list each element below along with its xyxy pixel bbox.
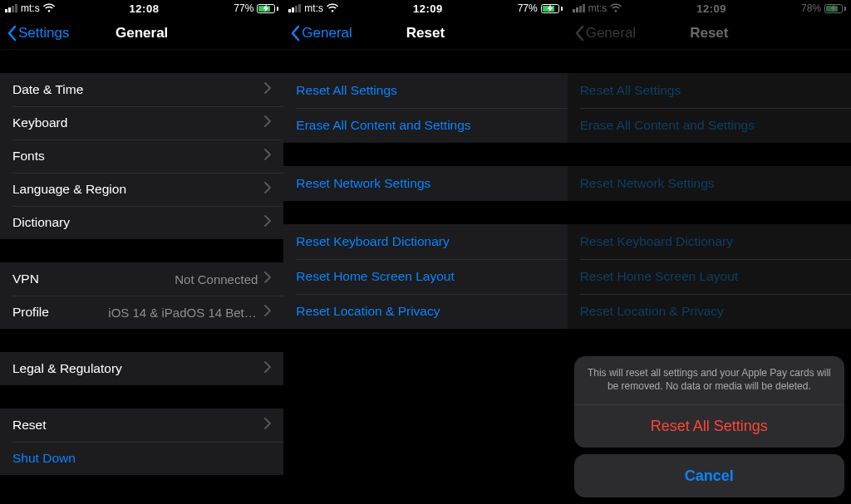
reset-section-0: Reset All SettingsErase All Content and … xyxy=(283,73,567,143)
reset-section-0: Reset All SettingsErase All Content and … xyxy=(568,73,851,143)
cancel-button[interactable]: Cancel xyxy=(574,454,844,497)
row-label: Dictionary xyxy=(12,215,264,230)
reset-option[interactable]: Reset Network Settings xyxy=(283,166,567,201)
battery-percent: 78% xyxy=(801,2,821,14)
action-sheet: This will reset all settings and your Ap… xyxy=(574,356,844,497)
carrier-label: mt:s xyxy=(304,2,323,14)
chevron-left-icon xyxy=(290,25,300,42)
reset-option[interactable]: Reset Home Screen Layout xyxy=(283,259,567,294)
chevron-right-icon xyxy=(264,361,271,376)
row-date-time[interactable]: Date & Time xyxy=(0,73,283,106)
chevron-right-icon xyxy=(264,272,271,286)
row-vpn[interactable]: VPNNot Connected xyxy=(0,262,283,296)
reset-option[interactable]: Erase All Content and Settings xyxy=(283,108,567,143)
row-label: Reset xyxy=(12,418,264,433)
action-sheet-main: This will reset all settings and your Ap… xyxy=(574,356,844,448)
cellular-signal-icon xyxy=(5,4,17,12)
cellular-signal-icon xyxy=(573,4,585,12)
clock-time: 12:08 xyxy=(130,2,160,15)
clock-time: 12:09 xyxy=(696,2,726,15)
status-bar: mt:s 12:09 77% xyxy=(283,0,567,17)
row-dictionary[interactable]: Dictionary xyxy=(0,206,283,239)
chevron-left-icon xyxy=(7,25,17,42)
row-shutdown[interactable]: Shut Down xyxy=(0,442,283,475)
back-button[interactable]: General xyxy=(290,25,352,42)
reset-option: Reset Keyboard Dictionary xyxy=(568,224,851,259)
group-spacer xyxy=(568,143,851,166)
back-button[interactable]: Settings xyxy=(7,25,69,42)
chevron-right-icon xyxy=(264,149,271,164)
group-legal: Legal & Regulatory xyxy=(0,352,283,385)
chevron-right-icon xyxy=(264,215,271,230)
group-spacer xyxy=(0,385,283,409)
back-label: General xyxy=(586,25,636,42)
row-detail: iOS 14 & iPadOS 14 Beta Softwar… xyxy=(108,306,258,320)
carrier-label: mt:s xyxy=(21,2,40,14)
action-sheet-message: This will reset all settings and your Ap… xyxy=(574,356,844,404)
back-label: General xyxy=(302,25,352,42)
reset-option[interactable]: Reset Keyboard Dictionary xyxy=(283,224,567,259)
chevron-right-icon xyxy=(264,182,271,197)
reset-option: Reset All Settings xyxy=(568,73,851,108)
clock-time: 12:09 xyxy=(413,2,443,15)
battery-icon xyxy=(257,4,278,13)
reset-section-2: Reset Keyboard DictionaryReset Home Scre… xyxy=(568,224,851,329)
nav-bar: General Reset xyxy=(568,17,851,50)
status-bar: mt:s 12:09 78% xyxy=(568,0,851,17)
row-language[interactable]: Language & Region xyxy=(0,173,283,206)
chevron-right-icon xyxy=(264,305,271,320)
row-label: Fonts xyxy=(12,149,264,164)
group-spacer xyxy=(283,201,567,224)
chevron-right-icon xyxy=(264,115,271,130)
row-detail: Not Connected xyxy=(175,272,258,286)
status-bar: mt:s 12:08 77% xyxy=(0,0,283,17)
row-keyboard[interactable]: Keyboard xyxy=(0,106,283,139)
chevron-right-icon xyxy=(264,418,271,433)
group-spacer xyxy=(0,329,283,352)
nav-bar: General Reset xyxy=(283,17,567,50)
cellular-signal-icon xyxy=(288,4,301,12)
reset-option: Reset Location & Privacy xyxy=(568,294,851,329)
group-vpn-profile: VPNNot ConnectedProfileiOS 14 & iPadOS 1… xyxy=(0,262,283,329)
back-label: Settings xyxy=(18,25,69,42)
reset-all-settings-button[interactable]: Reset All Settings xyxy=(574,404,844,448)
panel-reset-confirm: mt:s 12:09 78% General Reset Reset All S… xyxy=(568,0,851,504)
reset-option: Reset Network Settings xyxy=(568,166,851,201)
row-reset[interactable]: Reset xyxy=(0,409,283,442)
row-label: Language & Region xyxy=(12,182,264,197)
nav-bar: Settings General xyxy=(0,17,283,50)
group-spacer xyxy=(568,201,851,224)
row-label: Shut Down xyxy=(12,451,271,466)
battery-icon xyxy=(824,4,846,13)
row-legal[interactable]: Legal & Regulatory xyxy=(0,352,283,385)
battery-percent: 77% xyxy=(234,2,253,14)
group-reset: ResetShut Down xyxy=(0,409,283,475)
wifi-icon xyxy=(43,4,55,12)
row-profile[interactable]: ProfileiOS 14 & iPadOS 14 Beta Softwar… xyxy=(0,296,283,329)
battery-percent: 77% xyxy=(518,2,538,14)
row-label: Date & Time xyxy=(12,82,264,97)
carrier-label: mt:s xyxy=(588,2,608,14)
reset-section-1: Reset Network Settings xyxy=(283,166,567,201)
panel-general: mt:s 12:08 77% Settings General xyxy=(0,0,283,504)
chevron-left-icon xyxy=(574,25,584,42)
row-fonts[interactable]: Fonts xyxy=(0,139,283,173)
group-spacer xyxy=(0,239,283,262)
battery-icon xyxy=(541,4,563,13)
row-label: Legal & Regulatory xyxy=(12,361,264,376)
reset-option: Erase All Content and Settings xyxy=(568,108,851,143)
wifi-icon xyxy=(610,4,622,12)
group-spacer xyxy=(568,50,851,73)
row-label: VPN xyxy=(12,272,175,286)
reset-option[interactable]: Reset All Settings xyxy=(283,73,567,108)
reset-option[interactable]: Reset Location & Privacy xyxy=(283,294,567,329)
row-label: Keyboard xyxy=(12,115,264,130)
group-spacer xyxy=(283,50,567,73)
wifi-icon xyxy=(327,4,338,12)
group-spacer xyxy=(0,50,283,73)
group-date-keyboard: Date & TimeKeyboardFontsLanguage & Regio… xyxy=(0,73,283,239)
back-button: General xyxy=(574,25,636,42)
panel-reset: mt:s 12:09 77% General Reset Reset All S… xyxy=(283,0,567,504)
reset-option: Reset Home Screen Layout xyxy=(568,259,851,294)
reset-section-2: Reset Keyboard DictionaryReset Home Scre… xyxy=(283,224,567,329)
